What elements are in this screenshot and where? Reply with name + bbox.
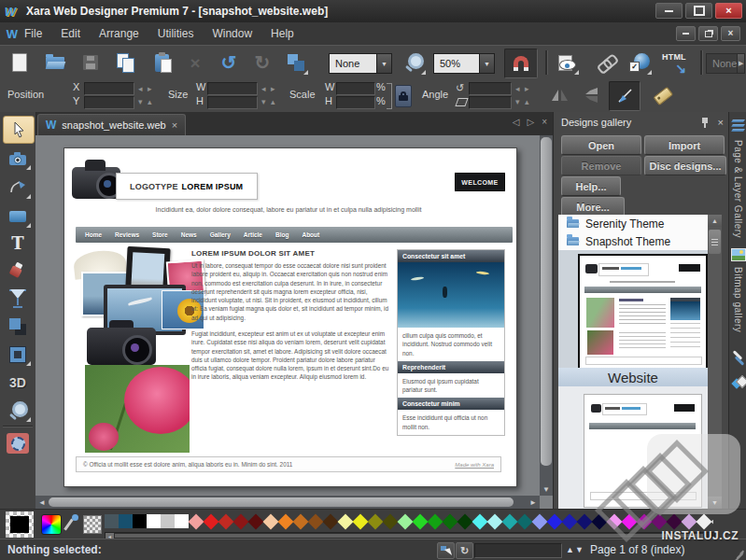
vertical-scrollbar[interactable]: ▼ xyxy=(540,135,553,496)
name-tag-button[interactable] xyxy=(648,81,676,109)
menu-window[interactable]: Window xyxy=(212,27,252,40)
site-photo-collage[interactable] xyxy=(72,247,190,458)
close-button[interactable]: × xyxy=(715,3,742,19)
color-swatch[interactable] xyxy=(308,513,324,529)
snap-indicator[interactable]: ↺ xyxy=(456,542,473,559)
color-editor-icon[interactable] xyxy=(41,514,62,535)
color-swatch[interactable] xyxy=(383,513,399,529)
site-nav-blog[interactable]: Blog xyxy=(275,231,289,238)
horizontal-scrollbar-thumb[interactable] xyxy=(49,497,514,507)
zoom-tool-button[interactable] xyxy=(400,49,428,77)
color-swatch[interactable] xyxy=(682,513,697,529)
color-swatch[interactable] xyxy=(278,513,294,529)
gallery-scrollbar-thumb[interactable] xyxy=(709,230,721,254)
photo-tool[interactable] xyxy=(3,146,33,172)
website-thumbnail-label[interactable]: Website xyxy=(558,368,708,386)
selector-tool[interactable] xyxy=(3,116,35,144)
site-tagline[interactable]: Incididunt ea, dolor dolore consequat, l… xyxy=(102,206,475,213)
color-swatch[interactable] xyxy=(218,513,234,529)
palette-scrollbar-thumb[interactable] xyxy=(115,534,703,538)
color-swatch[interactable] xyxy=(413,513,429,529)
bevel-tool[interactable] xyxy=(3,342,33,368)
site-nav-store[interactable]: Store xyxy=(152,231,168,238)
page-up-down-icons[interactable]: ▲▼ xyxy=(566,545,584,554)
color-swatch[interactable] xyxy=(532,513,548,529)
scroll-up-icon[interactable]: ▲ xyxy=(708,215,722,227)
fill-gallery-button[interactable] xyxy=(730,373,746,392)
flip-vertical-button[interactable] xyxy=(577,81,605,109)
transparency-tool[interactable] xyxy=(3,286,33,312)
zoom-tool[interactable] xyxy=(3,398,33,424)
vertical-scrollbar-thumb[interactable] xyxy=(541,137,552,466)
color-swatch[interactable] xyxy=(502,513,518,529)
text-tool[interactable]: T xyxy=(3,231,33,257)
lock-aspect-button[interactable] xyxy=(395,85,412,107)
color-swatch[interactable] xyxy=(443,513,458,529)
child-close-button[interactable]: × xyxy=(721,26,740,41)
color-swatch[interactable] xyxy=(119,514,133,528)
menu-edit[interactable]: Edit xyxy=(61,27,80,40)
color-swatch[interactable] xyxy=(637,513,653,529)
color-swatch[interactable] xyxy=(147,514,161,528)
color-swatch[interactable] xyxy=(622,513,638,529)
menu-utilities[interactable]: Utilities xyxy=(158,27,194,40)
tab-page-layer-gallery[interactable]: Page & Layer Gallery xyxy=(733,140,743,238)
made-with-xara-link[interactable]: Made with Xara xyxy=(455,462,494,468)
export-html-button[interactable]: HTML ↘ xyxy=(661,49,689,77)
color-swatch[interactable] xyxy=(248,513,264,529)
site-sidebar[interactable]: Consectetur sit amet cillum culpa quis c… xyxy=(397,249,505,436)
scroll-right-icon[interactable]: ► xyxy=(528,497,539,508)
color-swatch[interactable] xyxy=(577,513,593,529)
rectangle-tool[interactable] xyxy=(3,203,33,230)
no-color-swatch[interactable] xyxy=(83,515,102,534)
color-swatch[interactable] xyxy=(487,513,503,529)
site-nav-news[interactable]: News xyxy=(181,231,197,238)
designs-gallery-header[interactable]: Designs gallery × xyxy=(554,112,729,132)
color-swatch[interactable] xyxy=(175,514,189,528)
rotate-angle-field[interactable] xyxy=(469,82,512,95)
color-swatch[interactable] xyxy=(338,513,354,529)
shadow-tool[interactable] xyxy=(3,314,33,340)
nudge-down-icon[interactable]: ▾ xyxy=(261,98,266,106)
site-welcome-button[interactable]: WELCOME xyxy=(455,173,505,191)
site-nav-article[interactable]: Article xyxy=(244,231,262,238)
design-page[interactable]: LOGOTYPE LOREM IPSUM WELCOME Incididunt … xyxy=(63,147,517,487)
size-h-field[interactable] xyxy=(207,96,258,109)
position-x-field[interactable] xyxy=(84,82,134,95)
child-restore-button[interactable] xyxy=(698,26,718,41)
color-swatch[interactable] xyxy=(263,513,279,529)
close-icon[interactable]: × xyxy=(718,117,724,128)
position-y-field[interactable] xyxy=(84,96,134,109)
zoom-level-dropdown[interactable]: 50% ▼ xyxy=(433,53,495,74)
color-swatch[interactable] xyxy=(472,513,488,529)
eyedropper-icon[interactable] xyxy=(64,514,79,533)
fill-tool[interactable] xyxy=(3,258,33,284)
preset-dropdown[interactable]: None ▼ xyxy=(329,53,392,74)
site-navbar[interactable]: HomeReviewsStoreNewsGalleryArticleBlogAb… xyxy=(76,227,513,243)
open-button[interactable] xyxy=(41,49,69,77)
tab-bitmap-gallery[interactable]: Bitmap gallery xyxy=(733,267,743,332)
pin-icon[interactable] xyxy=(701,117,709,128)
live-effects-tool[interactable] xyxy=(3,430,33,456)
nudge-left-icon[interactable]: ◂ xyxy=(261,85,266,93)
horizontal-scrollbar[interactable]: ◄ ► xyxy=(35,496,540,509)
undo-button[interactable]: ↺ xyxy=(215,49,243,77)
help-button[interactable]: Help... xyxy=(561,176,621,196)
canvas[interactable]: LOGOTYPE LOREM IPSUM WELCOME Incididunt … xyxy=(35,135,553,509)
resize-grip[interactable] xyxy=(733,548,744,559)
live-drag-indicator[interactable] xyxy=(437,542,455,559)
scroll-down-icon[interactable]: ▼ xyxy=(708,497,722,509)
color-swatch[interactable] xyxy=(652,513,668,529)
flip-horizontal-button[interactable] xyxy=(545,81,573,109)
new-document-button[interactable] xyxy=(6,49,34,77)
nudge-down-icon[interactable]: ▾ xyxy=(515,98,520,106)
site-nav-about[interactable]: About xyxy=(302,231,319,238)
menu-arrange[interactable]: Arrange xyxy=(99,27,139,40)
skew-angle-field[interactable] xyxy=(469,96,512,109)
site-nav-home[interactable]: Home xyxy=(85,231,102,238)
color-swatch[interactable] xyxy=(105,514,119,528)
color-swatch[interactable] xyxy=(353,513,369,529)
copy-button[interactable] xyxy=(112,49,140,77)
minimize-button[interactable] xyxy=(655,3,683,19)
nudge-up-icon[interactable]: ▴ xyxy=(148,98,152,106)
